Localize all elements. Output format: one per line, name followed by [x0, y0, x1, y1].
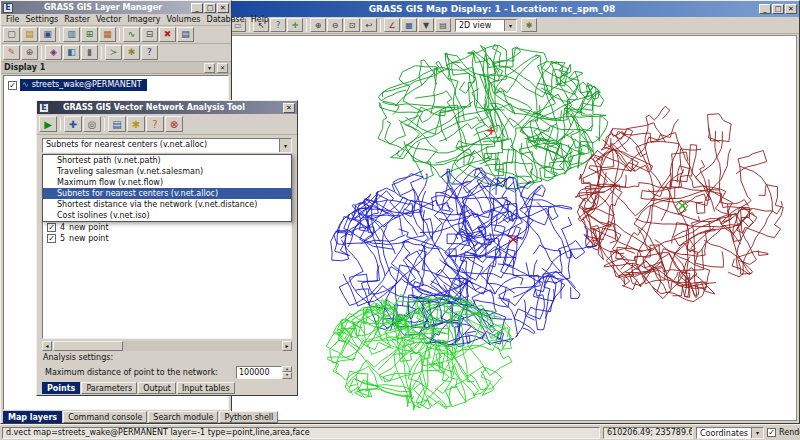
dropdown-option[interactable]: Shortest path (v.net.path): [43, 155, 291, 166]
menu-help[interactable]: Help: [248, 15, 272, 24]
digitize-icon[interactable]: ✎: [3, 45, 20, 60]
map-swipe-icon[interactable]: ◧: [63, 45, 80, 60]
add-layer-group-icon[interactable]: ⊟: [141, 27, 158, 42]
map-display-settings-icon[interactable]: ✱: [521, 18, 537, 32]
quit-icon[interactable]: ⊗: [165, 116, 183, 132]
tab-python-shell[interactable]: Python shell: [219, 411, 278, 423]
attribute-table-icon[interactable]: ▤: [177, 27, 194, 42]
layer-manager-titlebar[interactable]: E GRASS GIS Layer Manager _ □ ✕: [1, 1, 231, 14]
zoom-out-icon[interactable]: ⊖: [327, 18, 343, 32]
point-checkbox[interactable]: ✓: [47, 223, 56, 232]
scroll-right-icon[interactable]: ▸: [282, 341, 292, 351]
toolbar-separator: [306, 19, 307, 32]
horizontal-scrollbar[interactable]: ◂ ▸: [42, 341, 292, 351]
point-checkbox[interactable]: ✓: [47, 234, 56, 243]
tab-output[interactable]: Output: [138, 382, 176, 394]
query-icon[interactable]: ?: [270, 18, 286, 32]
render-checkbox[interactable]: ✓: [767, 428, 776, 437]
menu-imagery[interactable]: Imagery: [125, 15, 164, 24]
menu-settings[interactable]: Settings: [22, 15, 61, 24]
tab-points[interactable]: Points: [42, 382, 80, 394]
tab-search-module[interactable]: Search module: [148, 411, 218, 423]
georectifier-icon[interactable]: ⊕: [21, 45, 38, 60]
dropdown-option-selected[interactable]: Subnets for nearest centers (v.net.alloc…: [43, 188, 291, 199]
menu-database[interactable]: Database: [204, 15, 248, 24]
dropdown-option[interactable]: Shortest distance via the network (v.net…: [43, 199, 291, 210]
dropdown-option[interactable]: Traveling salesman (v.net.salesman): [43, 166, 291, 177]
toolbar-separator: [59, 28, 60, 41]
zoom-back-icon[interactable]: ↩: [361, 18, 377, 32]
close-icon[interactable]: ✕: [283, 103, 295, 113]
point-row[interactable]: ✓ 5 new point: [47, 233, 109, 244]
python-icon[interactable]: ≻: [105, 45, 122, 60]
database-icon[interactable]: ▮: [81, 45, 98, 60]
display-tab-label[interactable]: Display 1: [4, 63, 45, 72]
dialog-help-icon[interactable]: ?: [146, 116, 164, 132]
analysis-method-select[interactable]: Subnets for nearest centers (v.net.alloc…: [42, 138, 292, 153]
zoom-in-icon[interactable]: ⊕: [310, 18, 326, 32]
add-vector-layer-icon[interactable]: ∿: [123, 27, 140, 42]
map-canvas[interactable]: [213, 35, 797, 421]
spin-down-icon[interactable]: ▾: [282, 372, 292, 379]
open-workspace-icon[interactable]: ▤: [21, 27, 38, 42]
chevron-down-icon[interactable]: ▾: [504, 20, 516, 31]
minimize-icon[interactable]: _: [191, 3, 203, 13]
close-icon[interactable]: ✕: [785, 4, 797, 14]
point-list-icon[interactable]: ▤: [108, 116, 126, 132]
dropdown-option[interactable]: Maximum flow (v.net.flow): [43, 177, 291, 188]
zoom-extent-icon[interactable]: ⊡: [344, 18, 360, 32]
close-display-icon[interactable]: ✕: [217, 63, 228, 73]
tab-input-tables[interactable]: Input tables: [177, 382, 235, 394]
help-icon[interactable]: ?: [141, 45, 158, 60]
layer-checkbox[interactable]: ✓: [8, 81, 17, 90]
new-display-icon[interactable]: ▥: [63, 27, 80, 42]
layer-row[interactable]: ✓ ∿ streets_wake@PERMANENT: [8, 79, 228, 91]
print-display-icon[interactable]: ▤: [435, 18, 451, 32]
scrollbar-track[interactable]: [124, 341, 282, 351]
overlay-icon[interactable]: ▦: [401, 18, 417, 32]
minimize-icon[interactable]: _: [759, 4, 771, 14]
tab-map-layers[interactable]: Map layers: [3, 411, 62, 423]
menu-file[interactable]: File: [3, 15, 22, 24]
max-distance-value[interactable]: 100000: [236, 366, 282, 379]
scroll-left-icon[interactable]: ◂: [42, 341, 52, 351]
map-display-titlebar[interactable]: E GRASS GIS Map Display: 1 - Location: n…: [211, 1, 799, 17]
maximize-icon[interactable]: □: [772, 4, 784, 14]
menubar: File Settings Raster Vector Imagery Volu…: [1, 14, 231, 26]
menu-raster[interactable]: Raster: [61, 15, 93, 24]
menu-volumes[interactable]: Volumes: [164, 15, 204, 24]
tab-command-console[interactable]: Command console: [63, 411, 147, 423]
insert-points-icon[interactable]: ✚: [64, 116, 82, 132]
network-dialog-titlebar[interactable]: E GRASS GIS Vector Network Analysis Tool…: [37, 101, 297, 114]
command-prompt[interactable]: d.vect map=streets_wake@PERMANENT layer=…: [2, 427, 600, 439]
network-analysis-dialog: E GRASS GIS Vector Network Analysis Tool…: [36, 100, 298, 396]
menu-vector[interactable]: Vector: [93, 15, 125, 24]
scrollbar-thumb[interactable]: [53, 341, 123, 351]
point-row[interactable]: ✓ 4 new point: [47, 222, 109, 233]
save-display-icon[interactable]: ▼: [418, 18, 434, 32]
chevron-down-icon[interactable]: ▾: [751, 428, 763, 438]
view-mode-select[interactable]: 2D view ▾: [455, 19, 517, 32]
settings-icon[interactable]: ✱: [123, 45, 140, 60]
display-menu-icon[interactable]: ▾: [204, 63, 215, 73]
graphical-modeler-icon[interactable]: ◈: [45, 45, 62, 60]
snapping-icon[interactable]: ◎: [83, 116, 101, 132]
measure-icon[interactable]: ∠: [384, 18, 400, 32]
dialog-settings-icon[interactable]: ✱: [127, 116, 145, 132]
statusbar-mode-select[interactable]: Coordinates ▾: [696, 427, 764, 439]
render-toggle[interactable]: ✓ Render: [767, 428, 800, 437]
tab-parameters[interactable]: Parameters: [81, 382, 137, 394]
selected-layer[interactable]: ∿ streets_wake@PERMANENT: [20, 79, 147, 91]
dropdown-option[interactable]: Cost isolines (v.net.iso): [43, 210, 291, 221]
save-workspace-icon[interactable]: ▣: [39, 27, 56, 42]
maximize-icon[interactable]: □: [204, 3, 216, 13]
run-analysis-icon[interactable]: ▶: [39, 116, 57, 132]
add-raster-layer-icon[interactable]: ▦: [99, 27, 116, 42]
max-distance-stepper[interactable]: 100000 ▴ ▾: [236, 366, 292, 379]
add-multiple-layers-icon[interactable]: ⊞: [81, 27, 98, 42]
close-icon[interactable]: ✕: [217, 3, 229, 13]
pan-icon[interactable]: ✛: [287, 18, 303, 32]
remove-layer-icon[interactable]: ✖: [159, 27, 176, 42]
new-workspace-icon[interactable]: ▢: [3, 27, 20, 42]
chevron-down-icon[interactable]: ▾: [279, 139, 291, 152]
